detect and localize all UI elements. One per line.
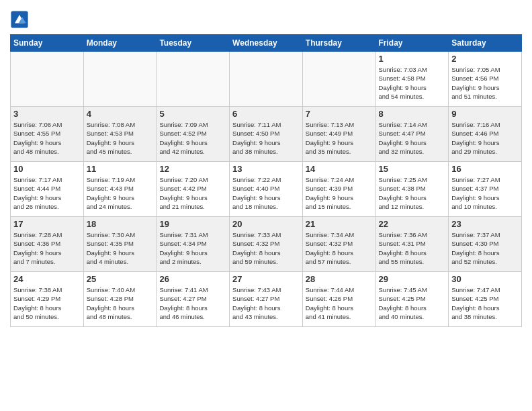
calendar-cell [83, 52, 157, 107]
calendar-cell: 19Sunrise: 7:31 AM Sunset: 4:34 PM Dayli… [157, 217, 230, 272]
day-info: Sunrise: 7:09 AM Sunset: 4:52 PM Dayligh… [159, 120, 226, 156]
day-info: Sunrise: 7:27 AM Sunset: 4:37 PM Dayligh… [451, 175, 519, 211]
calendar-cell: 11Sunrise: 7:19 AM Sunset: 4:43 PM Dayli… [83, 162, 157, 217]
day-number: 18 [87, 219, 154, 229]
calendar-cell [157, 52, 230, 107]
calendar-cell: 26Sunrise: 7:41 AM Sunset: 4:27 PM Dayli… [157, 272, 230, 327]
day-number: 29 [379, 274, 446, 284]
day-number: 30 [451, 274, 519, 284]
calendar-cell: 1Sunrise: 7:03 AM Sunset: 4:58 PM Daylig… [375, 52, 449, 107]
day-info: Sunrise: 7:14 AM Sunset: 4:47 PM Dayligh… [379, 120, 446, 156]
day-info: Sunrise: 7:03 AM Sunset: 4:58 PM Dayligh… [379, 65, 446, 101]
calendar-cell: 25Sunrise: 7:40 AM Sunset: 4:28 PM Dayli… [83, 272, 157, 327]
calendar-header-cell: Monday [83, 35, 157, 52]
calendar-cell [11, 52, 84, 107]
calendar-cell: 22Sunrise: 7:36 AM Sunset: 4:31 PM Dayli… [375, 217, 449, 272]
day-number: 25 [87, 274, 154, 284]
day-info: Sunrise: 7:25 AM Sunset: 4:38 PM Dayligh… [379, 175, 446, 211]
day-info: Sunrise: 7:34 AM Sunset: 4:32 PM Dayligh… [306, 230, 373, 266]
day-number: 16 [451, 164, 519, 174]
day-info: Sunrise: 7:30 AM Sunset: 4:35 PM Dayligh… [87, 230, 154, 266]
day-number: 12 [159, 164, 226, 174]
calendar-cell: 23Sunrise: 7:37 AM Sunset: 4:30 PM Dayli… [449, 217, 522, 272]
calendar-header-cell: Tuesday [157, 35, 230, 52]
calendar-cell: 29Sunrise: 7:45 AM Sunset: 4:25 PM Dayli… [375, 272, 449, 327]
day-number: 27 [232, 274, 300, 284]
logo-icon [10, 10, 29, 29]
day-number: 4 [87, 109, 154, 119]
day-number: 26 [159, 274, 226, 284]
page-container: SundayMondayTuesdayWednesdayThursdayFrid… [0, 0, 532, 334]
day-number: 23 [451, 219, 519, 229]
day-info: Sunrise: 7:31 AM Sunset: 4:34 PM Dayligh… [159, 230, 226, 266]
calendar-cell [302, 52, 375, 107]
calendar-cell: 18Sunrise: 7:30 AM Sunset: 4:35 PM Dayli… [83, 217, 157, 272]
calendar-cell [230, 52, 303, 107]
day-number: 9 [451, 109, 519, 119]
day-info: Sunrise: 7:44 AM Sunset: 4:26 PM Dayligh… [306, 285, 373, 321]
calendar-cell: 28Sunrise: 7:44 AM Sunset: 4:26 PM Dayli… [302, 272, 375, 327]
day-info: Sunrise: 7:37 AM Sunset: 4:30 PM Dayligh… [451, 230, 519, 266]
day-number: 28 [306, 274, 373, 284]
calendar-cell: 8Sunrise: 7:14 AM Sunset: 4:47 PM Daylig… [375, 107, 449, 162]
day-info: Sunrise: 7:16 AM Sunset: 4:46 PM Dayligh… [451, 120, 519, 156]
day-number: 17 [13, 219, 81, 229]
calendar-cell: 30Sunrise: 7:47 AM Sunset: 4:25 PM Dayli… [449, 272, 522, 327]
calendar-cell: 15Sunrise: 7:25 AM Sunset: 4:38 PM Dayli… [375, 162, 449, 217]
day-info: Sunrise: 7:24 AM Sunset: 4:39 PM Dayligh… [306, 175, 373, 211]
calendar-cell: 27Sunrise: 7:43 AM Sunset: 4:27 PM Dayli… [230, 272, 303, 327]
calendar-week-row: 3Sunrise: 7:06 AM Sunset: 4:55 PM Daylig… [11, 107, 522, 162]
calendar-table: SundayMondayTuesdayWednesdayThursdayFrid… [10, 34, 522, 327]
day-number: 14 [306, 164, 373, 174]
day-number: 15 [379, 164, 446, 174]
day-info: Sunrise: 7:11 AM Sunset: 4:50 PM Dayligh… [232, 120, 300, 156]
calendar-cell: 12Sunrise: 7:20 AM Sunset: 4:42 PM Dayli… [157, 162, 230, 217]
day-number: 20 [232, 219, 300, 229]
calendar-cell: 16Sunrise: 7:27 AM Sunset: 4:37 PM Dayli… [449, 162, 522, 217]
calendar-cell: 21Sunrise: 7:34 AM Sunset: 4:32 PM Dayli… [302, 217, 375, 272]
day-number: 7 [306, 109, 373, 119]
calendar-header-cell: Friday [375, 35, 449, 52]
day-number: 8 [379, 109, 446, 119]
day-number: 10 [13, 164, 81, 174]
day-info: Sunrise: 7:43 AM Sunset: 4:27 PM Dayligh… [232, 285, 300, 321]
day-number: 5 [159, 109, 226, 119]
calendar-week-row: 10Sunrise: 7:17 AM Sunset: 4:44 PM Dayli… [11, 162, 522, 217]
calendar-header-row: SundayMondayTuesdayWednesdayThursdayFrid… [11, 35, 522, 52]
calendar-cell: 7Sunrise: 7:13 AM Sunset: 4:49 PM Daylig… [302, 107, 375, 162]
calendar-header-cell: Saturday [449, 35, 522, 52]
calendar-cell: 13Sunrise: 7:22 AM Sunset: 4:40 PM Dayli… [230, 162, 303, 217]
day-info: Sunrise: 7:40 AM Sunset: 4:28 PM Dayligh… [87, 285, 154, 321]
calendar-cell: 14Sunrise: 7:24 AM Sunset: 4:39 PM Dayli… [302, 162, 375, 217]
calendar-header-cell: Thursday [302, 35, 375, 52]
calendar-cell: 9Sunrise: 7:16 AM Sunset: 4:46 PM Daylig… [449, 107, 522, 162]
calendar-header-cell: Wednesday [230, 35, 303, 52]
day-number: 19 [159, 219, 226, 229]
calendar-cell: 3Sunrise: 7:06 AM Sunset: 4:55 PM Daylig… [11, 107, 84, 162]
day-info: Sunrise: 7:36 AM Sunset: 4:31 PM Dayligh… [379, 230, 446, 266]
day-info: Sunrise: 7:33 AM Sunset: 4:32 PM Dayligh… [232, 230, 300, 266]
day-info: Sunrise: 7:22 AM Sunset: 4:40 PM Dayligh… [232, 175, 300, 211]
day-info: Sunrise: 7:06 AM Sunset: 4:55 PM Dayligh… [13, 120, 81, 156]
day-info: Sunrise: 7:41 AM Sunset: 4:27 PM Dayligh… [159, 285, 226, 321]
day-number: 3 [13, 109, 81, 119]
day-info: Sunrise: 7:13 AM Sunset: 4:49 PM Dayligh… [306, 120, 373, 156]
day-number: 24 [13, 274, 81, 284]
calendar-cell: 10Sunrise: 7:17 AM Sunset: 4:44 PM Dayli… [11, 162, 84, 217]
day-number: 6 [232, 109, 300, 119]
calendar-cell: 20Sunrise: 7:33 AM Sunset: 4:32 PM Dayli… [230, 217, 303, 272]
day-number: 2 [451, 54, 519, 64]
calendar-cell: 2Sunrise: 7:05 AM Sunset: 4:56 PM Daylig… [449, 52, 522, 107]
logo [10, 10, 30, 29]
day-info: Sunrise: 7:28 AM Sunset: 4:36 PM Dayligh… [13, 230, 81, 266]
calendar-cell: 24Sunrise: 7:38 AM Sunset: 4:29 PM Dayli… [11, 272, 84, 327]
day-number: 11 [87, 164, 154, 174]
day-info: Sunrise: 7:38 AM Sunset: 4:29 PM Dayligh… [13, 285, 81, 321]
day-info: Sunrise: 7:05 AM Sunset: 4:56 PM Dayligh… [451, 65, 519, 101]
header [10, 7, 522, 29]
calendar-cell: 4Sunrise: 7:08 AM Sunset: 4:53 PM Daylig… [83, 107, 157, 162]
calendar-cell: 5Sunrise: 7:09 AM Sunset: 4:52 PM Daylig… [157, 107, 230, 162]
calendar-week-row: 17Sunrise: 7:28 AM Sunset: 4:36 PM Dayli… [11, 217, 522, 272]
day-info: Sunrise: 7:17 AM Sunset: 4:44 PM Dayligh… [13, 175, 81, 211]
calendar-header-cell: Sunday [11, 35, 84, 52]
